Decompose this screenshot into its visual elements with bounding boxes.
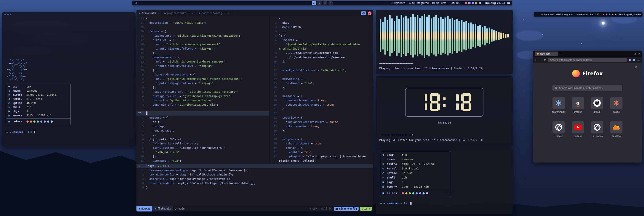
shortcut-tile[interactable] bbox=[552, 121, 565, 133]
tray-icon[interactable] bbox=[465, 2, 467, 4]
tab-flake.nix[interactable]: ❄flake.nix× bbox=[136, 10, 162, 16]
tab-pkgs/default...[interactable]: ❄pkgs/default...× bbox=[162, 10, 196, 16]
workspace-2[interactable]: 2 bbox=[317, 1, 322, 5]
code-text: nixpkgs-f2k.url = "github:moni-dz/nixpkg… bbox=[146, 94, 232, 98]
workspace-3[interactable]: 3 bbox=[323, 1, 327, 5]
back-icon[interactable]: ← bbox=[535, 58, 537, 61]
window-button-icon[interactable] bbox=[7, 14, 8, 15]
extension-icon[interactable] bbox=[629, 59, 631, 61]
forward-icon[interactable]: → bbox=[540, 58, 542, 61]
tray-icon[interactable] bbox=[609, 14, 610, 15]
close-icon[interactable]: × bbox=[638, 53, 640, 55]
tray-icon[interactable] bbox=[615, 14, 616, 15]
close-tab-icon[interactable]: × bbox=[192, 12, 194, 15]
browser-tab[interactable]: New Tab bbox=[535, 52, 558, 56]
fetch-label: colors bbox=[387, 191, 402, 195]
close-tab-icon[interactable]: × bbox=[158, 12, 159, 15]
editor-pane-flake[interactable]: 22{21 description = "tux's NixOS Flake";… bbox=[136, 16, 269, 163]
code-line: 9 nix-vscode-extensions = { bbox=[136, 72, 269, 77]
workspace-4[interactable]: 4 bbox=[328, 1, 333, 5]
close-tab-icon[interactable]: × bbox=[228, 12, 230, 15]
code-text: nixpkgs, bbox=[146, 125, 166, 128]
window-button-icon[interactable] bbox=[4, 14, 6, 15]
line-number: 12 bbox=[270, 68, 279, 72]
code-text: networking = { bbox=[279, 77, 306, 80]
new-tab-button[interactable]: + bbox=[560, 52, 562, 55]
tray-icon[interactable] bbox=[475, 2, 478, 4]
code-line: 30 thunar = { bbox=[270, 146, 373, 150]
tray-icon[interactable] bbox=[472, 2, 474, 4]
tab-hosts/isoImag...[interactable]: ❄hosts/isoImag...× bbox=[196, 10, 232, 16]
shell-prompt[interactable]: ⌂ → canopus ~ ))) bbox=[6, 131, 132, 134]
terminal-titlebar[interactable] bbox=[2, 12, 136, 16]
close-all-button[interactable]: × bbox=[368, 12, 372, 15]
shortcut-claude[interactable]: claude bbox=[606, 97, 626, 113]
code-text: inputs.nixpkgs.follows = "nixpkgs"; bbox=[146, 82, 215, 85]
fetch-row: ⌂hnamecanopus bbox=[8, 89, 68, 93]
text-cursor bbox=[34, 131, 35, 133]
user-icon: ☻ bbox=[8, 85, 13, 89]
extension-icon[interactable] bbox=[633, 59, 635, 61]
shortcut-tile[interactable] bbox=[610, 97, 622, 109]
shortcut-chatgpt[interactable]: chatgpt bbox=[549, 121, 568, 137]
code-line: 15 inputs.nixpkgs.follows = "nixpkgs"; bbox=[136, 47, 269, 51]
palette-dot bbox=[44, 120, 46, 123]
tray-icon[interactable] bbox=[603, 14, 604, 15]
visualizer-bar bbox=[493, 13, 495, 59]
newtab-search-bar[interactable]: Search with Google or enter address bbox=[552, 85, 622, 91]
home-icon: ⌂ bbox=[8, 89, 13, 93]
tray-icon[interactable] bbox=[612, 14, 614, 15]
tray-icon[interactable] bbox=[606, 14, 608, 15]
status-item: Home: 8ms bbox=[432, 2, 446, 5]
line-number: 5 bbox=[136, 185, 146, 190]
nix-file-icon: ❄ bbox=[139, 12, 140, 15]
personalize-gear-icon[interactable]: ⚙ bbox=[634, 65, 637, 68]
visualizer-bar bbox=[484, 13, 486, 59]
visualizer-bar bbox=[479, 13, 481, 59]
tray-icon[interactable] bbox=[468, 2, 470, 4]
shortcut-github[interactable]: github bbox=[588, 97, 606, 113]
shortcut-tile[interactable] bbox=[591, 97, 603, 109]
shortcut-tile[interactable] bbox=[552, 97, 565, 109]
shell-prompt[interactable]: ⌂ → canopus ~ ))) bbox=[380, 201, 508, 205]
reload-icon[interactable]: ↻ bbox=[544, 58, 546, 61]
visualizer-bar bbox=[386, 13, 388, 59]
fetch-value: 2185 | 15394 MiB bbox=[26, 114, 52, 117]
code-line: 8 ../../modules/nixos/default.nix bbox=[270, 51, 373, 55]
mode-segment: ◆ NORMAL bbox=[136, 206, 152, 211]
shortcut-tile[interactable] bbox=[572, 121, 584, 133]
editor-pane-pkgs[interactable]: 1{pkgs, ...}: {1 tux-awesome-wm-config =… bbox=[136, 163, 373, 206]
maximize-icon[interactable]: ▢ bbox=[634, 53, 636, 55]
code-text: }; bbox=[146, 51, 156, 55]
eye-toggle-button[interactable] bbox=[361, 12, 366, 15]
terminal-content[interactable]: \\ \\ // ==\\__\\/ // // \\// ==// //== … bbox=[2, 16, 136, 135]
minimize-icon[interactable]: – bbox=[630, 53, 631, 55]
home-icon: ⌂ bbox=[6, 131, 9, 134]
line-number: 3 bbox=[136, 124, 146, 128]
memory-icon: ▥ bbox=[382, 184, 387, 189]
shortcut-cloudflare[interactable]: cloudflare bbox=[606, 121, 626, 137]
visualizer-bar bbox=[477, 13, 479, 59]
shortcut-tile[interactable] bbox=[591, 121, 603, 133]
code-text: enable = true; bbox=[279, 150, 313, 154]
shortcut-tile[interactable]: a bbox=[572, 97, 584, 109]
code-line: 10 }; bbox=[136, 68, 269, 72]
shortcut-amazon[interactable]: aamazon bbox=[568, 97, 588, 113]
shortcut-youtube[interactable]: youtube bbox=[568, 121, 588, 137]
window-button-icon[interactable] bbox=[10, 14, 12, 15]
amazon-icon: a bbox=[574, 99, 582, 107]
url-bar[interactable]: Search with Google or enter address bbox=[548, 58, 627, 62]
line-number: 32 bbox=[270, 154, 279, 159]
tray-icon[interactable] bbox=[479, 2, 481, 4]
shortcut-chat.openai[interactable]: chat.openai bbox=[588, 121, 606, 137]
tray-icons bbox=[602, 14, 616, 15]
launcher-grid-icon[interactable]: ⊞ bbox=[134, 1, 137, 5]
workspace-1[interactable]: 1 bbox=[312, 1, 316, 5]
menu-icon[interactable]: ☰ bbox=[637, 58, 640, 61]
line-number: 11 bbox=[270, 64, 279, 68]
line-number: 22 bbox=[136, 16, 146, 21]
editor-pane-iso[interactable]: 1{2 pkgs,3 modulesPath,4 ...5}: {6 impor… bbox=[270, 16, 373, 163]
shortcut-tile[interactable] bbox=[610, 121, 622, 133]
shortcut-search.nixos[interactable]: search.nixos bbox=[549, 97, 568, 113]
terminal-content[interactable]: ☻usertux⌂hnamecanopus❄distroNixOS 24.11 … bbox=[376, 148, 513, 208]
